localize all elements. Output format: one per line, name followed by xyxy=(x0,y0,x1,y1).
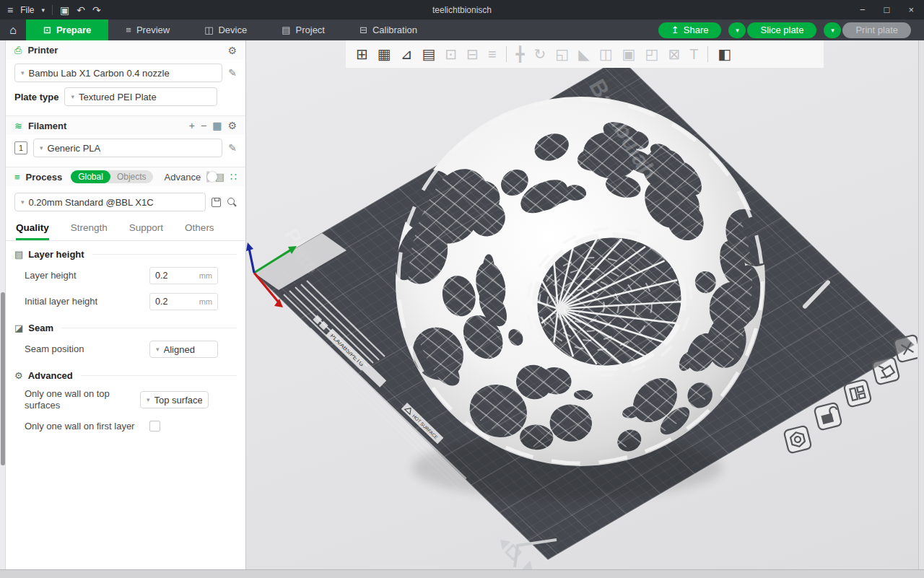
layers-icon: ≡ xyxy=(488,47,497,61)
voronoi-model[interactable] xyxy=(395,96,766,467)
chevron-down-icon: ▾ xyxy=(736,27,739,34)
orient-plate-icon[interactable] xyxy=(872,357,900,385)
plate-type-select[interactable]: ▾ Textured PEI Plate xyxy=(64,87,217,106)
global-pill[interactable]: Global xyxy=(71,170,110,183)
slice-plate-button[interactable]: Slice plate xyxy=(747,22,816,38)
axis-z-blue xyxy=(246,242,253,251)
param-label: Seam position xyxy=(25,343,149,355)
layer-height-row: Layer height 0.2 mm xyxy=(6,263,245,289)
share-button[interactable]: ↥ Share xyxy=(658,22,722,38)
prepare-icon: ⊡ xyxy=(43,25,51,35)
close-button[interactable]: × xyxy=(908,4,914,15)
slice-label: Slice plate xyxy=(760,25,803,35)
lock-plate-icon[interactable] xyxy=(814,403,842,431)
undo-icon[interactable]: ↶ xyxy=(77,4,85,16)
tab-label: Calibration xyxy=(372,25,417,35)
advanced-gears-icon: ⚙ xyxy=(14,370,23,381)
sidebar-scrollbar[interactable] xyxy=(0,40,6,569)
scrollbar-thumb[interactable] xyxy=(1,292,5,465)
split-parts-icon: ◰ xyxy=(645,47,658,61)
save-icon[interactable]: ▣ xyxy=(60,4,69,16)
section-title: Layer height xyxy=(28,249,84,260)
copy-icon: ⊡ xyxy=(445,47,457,61)
share-icon: ↥ xyxy=(671,25,679,35)
arrange-plate-icon[interactable] xyxy=(844,380,872,408)
advance-toggle[interactable] xyxy=(206,171,209,183)
printer-preset-value: Bambu Lab X1 Carbon 0.4 nozzle xyxy=(29,68,170,79)
layer-height-input[interactable]: 0.2 mm xyxy=(149,267,218,284)
auto-orient-icon[interactable]: ⊿ xyxy=(401,47,413,61)
printer-settings-gear-icon[interactable]: ⚙ xyxy=(227,45,237,56)
tab-device[interactable]: ◫ Device xyxy=(187,19,264,40)
compare-presets-icon[interactable]: ∷ xyxy=(230,171,237,183)
seam-position-select[interactable]: ▾ Aligned xyxy=(149,341,218,358)
edit-printer-icon[interactable]: ✎ xyxy=(228,67,237,79)
print-label: Print plate xyxy=(855,25,898,35)
process-preset-select[interactable]: ▾ 0.20mm Standard @BBL X1C xyxy=(14,193,206,211)
calibration-icon: ⊟ xyxy=(359,25,367,35)
process-section-header: ≡ Process Global Objects Advance ▤ ∷ xyxy=(6,167,245,186)
plate-type-value: Textured PEI Plate xyxy=(79,92,157,102)
param-unit: mm xyxy=(199,297,212,306)
ams-icon[interactable]: ▦ xyxy=(212,120,222,131)
window-right-edge xyxy=(918,40,924,569)
tab-support[interactable]: Support xyxy=(129,222,163,240)
process-icon: ≡ xyxy=(14,172,20,183)
delete-plate-icon[interactable] xyxy=(894,335,918,363)
tab-label: Preview xyxy=(136,25,170,35)
tab-preview[interactable]: ≡ Preview xyxy=(108,19,187,40)
menu-icon[interactable]: ≡ xyxy=(7,4,13,16)
minimize-button[interactable]: − xyxy=(860,4,866,15)
tab-quality[interactable]: Quality xyxy=(16,222,49,240)
tab-others[interactable]: Others xyxy=(185,222,214,240)
printer-header-label: Printer xyxy=(27,45,58,56)
param-value: Aligned xyxy=(164,344,195,355)
one-wall-top-select[interactable]: ▾ Top surfaces xyxy=(140,391,209,408)
add-filament-icon[interactable]: + xyxy=(189,120,195,131)
arrange-icon[interactable]: ▤ xyxy=(422,47,435,61)
param-label: Only one wall on top surfaces xyxy=(25,388,140,412)
remove-filament-icon[interactable]: − xyxy=(201,120,206,131)
chevron-down-icon[interactable]: ▾ xyxy=(42,6,45,14)
print-plate-button[interactable]: Print plate xyxy=(842,22,911,38)
param-value: 0.2 xyxy=(155,297,199,307)
print-options-chevron[interactable]: ▾ xyxy=(824,22,841,38)
global-objects-toggle[interactable]: Global Objects xyxy=(71,170,152,183)
one-wall-first-layer-checkbox[interactable] xyxy=(149,421,160,432)
toolbar-divider xyxy=(506,46,507,62)
lay-flat-icon: ◣ xyxy=(578,47,589,61)
filament-preset-select[interactable]: ▾ Generic PLA xyxy=(33,139,222,157)
one-wall-top-row: Only one wall on top surfaces ▾ Top surf… xyxy=(6,384,245,416)
filament-settings-gear-icon[interactable]: ⚙ xyxy=(227,120,237,131)
device-icon: ◫ xyxy=(204,25,213,35)
tab-prepare[interactable]: ⊡ Prepare xyxy=(26,19,108,40)
build-plate-scene[interactable]: Bambulab Plate PLA/ABS/PETG HOT SURFACE xyxy=(246,40,918,569)
viewport-3d[interactable]: Bambulab Plate PLA/ABS/PETG HOT SURFACE xyxy=(246,40,924,569)
objects-pill[interactable]: Objects xyxy=(110,170,153,183)
tabbar: ⌂ ⊡ Prepare ≡ Preview ◫ Device ▤ Project… xyxy=(0,19,924,40)
printer-preset-select[interactable]: ▾ Bambu Lab X1 Carbon 0.4 nozzle xyxy=(14,64,222,82)
search-preset-icon[interactable] xyxy=(227,197,237,207)
slice-options-chevron[interactable]: ▾ xyxy=(728,22,746,38)
chevron-down-icon: ▾ xyxy=(831,27,834,34)
tab-project[interactable]: ▤ Project xyxy=(264,19,342,40)
tab-calibration[interactable]: ⊟ Calibration xyxy=(342,19,435,40)
move-icon: ╋ xyxy=(516,47,525,61)
add-model-icon[interactable]: ⊞ xyxy=(356,47,368,61)
redo-icon[interactable]: ↷ xyxy=(92,4,101,16)
assembly-icon[interactable]: ◧ xyxy=(718,47,731,61)
plate-settings-icon[interactable] xyxy=(784,426,812,454)
initial-layer-height-input[interactable]: 0.2 mm xyxy=(149,293,218,310)
file-menu[interactable]: File xyxy=(20,5,34,15)
add-plate-icon[interactable]: ▦ xyxy=(378,47,391,61)
save-preset-icon[interactable] xyxy=(212,198,221,207)
tab-strength[interactable]: Strength xyxy=(71,222,108,240)
filament-index: 1 xyxy=(14,141,27,154)
preview-icon: ≡ xyxy=(126,25,131,35)
rotate-icon: ↻ xyxy=(534,47,546,61)
edit-filament-icon[interactable]: ✎ xyxy=(228,142,237,154)
maximize-button[interactable]: □ xyxy=(884,4,890,15)
project-icon: ▤ xyxy=(282,25,290,35)
window-bottom-edge xyxy=(0,569,924,578)
home-button[interactable]: ⌂ xyxy=(0,19,26,40)
